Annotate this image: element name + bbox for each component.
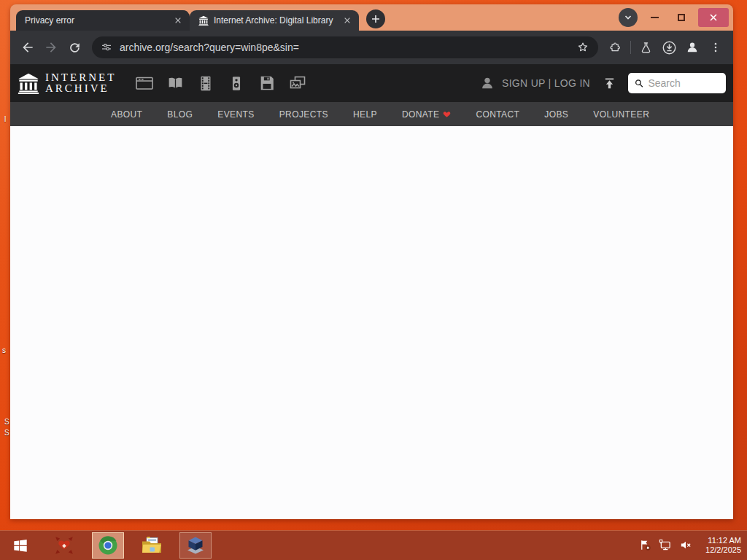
tab-close-icon[interactable] [172,15,184,26]
url-text[interactable]: archive.org/search?query=win8pe&sin= [120,42,569,53]
internet-archive-logo[interactable]: INTERNET ARCHIVE [18,72,116,94]
new-tab-button[interactable] [366,9,385,28]
ia-header: INTERNET ARCHIVE [10,64,733,102]
downloads-button[interactable] [657,36,681,59]
desktop-icon-label-fragment: l [4,115,6,123]
profile-button[interactable] [681,36,704,59]
taskbar-clock[interactable]: 11:12 AM 12/2/2025 [705,536,741,555]
kebab-menu-icon [709,41,722,54]
ia-nav-bar: ABOUT BLOG EVENTS PROJECTS HELP DONATE C… [10,102,733,126]
tab-search-button[interactable] [619,8,638,27]
taskbar-app-chrome[interactable] [92,532,124,559]
internet-archive-favicon-icon [198,15,209,26]
download-icon [661,39,678,56]
ia-header-right: SIGN UP | LOG IN [479,73,726,93]
taskbar-app-red[interactable] [48,532,80,559]
back-button[interactable] [16,36,39,59]
chrome-icon [97,534,119,556]
reload-button[interactable] [63,36,86,59]
windows-logo-icon [12,537,28,553]
volume-muted-icon[interactable] [679,539,692,551]
tab-privacy-error[interactable]: Privacy error [16,10,190,31]
nav-blog[interactable]: BLOG [167,109,193,120]
nav-contact[interactable]: CONTACT [476,109,519,120]
nav-donate-label: DONATE [402,109,440,120]
nav-donate[interactable]: DONATE [402,109,452,120]
minimize-icon [651,17,659,18]
address-bar[interactable]: archive.org/search?query=win8pe&sin= [92,36,598,58]
maximize-icon [678,14,685,21]
logo-text-line1: INTERNET [45,72,116,83]
browser-window: Privacy error Internet Archive: Digital … [10,4,733,519]
clock-date: 12/2/2025 [705,545,741,555]
nav-events[interactable]: EVENTS [217,109,254,120]
reload-icon [68,41,82,55]
video-icon[interactable] [196,74,215,93]
puzzle-icon [609,41,623,55]
upload-icon[interactable] [602,76,617,91]
tab-close-icon[interactable] [341,15,353,26]
nav-help[interactable]: HELP [353,109,377,120]
forward-icon [44,40,58,55]
action-center-flag-icon[interactable] [639,539,651,551]
taskbar-app-virtualbox[interactable] [179,532,212,559]
back-icon [20,40,35,55]
browser-toolbar: archive.org/search?query=win8pe&sin= [10,31,733,64]
donate-heart-icon [443,110,451,118]
labs-button[interactable] [634,36,657,59]
media-type-icons [135,74,307,93]
site-info-icon[interactable] [101,42,112,53]
start-button[interactable] [6,532,35,559]
extensions-button[interactable] [604,36,627,59]
profile-avatar-icon [685,40,700,55]
browser-menu-button[interactable] [704,36,727,59]
toolbar-divider [630,41,631,54]
images-icon[interactable] [288,74,307,93]
texts-icon[interactable] [166,74,185,93]
desktop-icon-label-fragment: S [4,429,9,437]
taskbar-app-file-explorer[interactable] [136,532,168,559]
person-icon [479,75,495,91]
web-icon[interactable] [135,74,154,93]
bookmark-star-icon[interactable] [576,41,589,54]
red-app-icon [53,534,75,556]
maximize-button[interactable] [671,8,692,27]
tab-strip: Privacy error Internet Archive: Digital … [10,4,733,31]
virtualbox-icon [185,534,206,556]
search-icon [634,77,643,89]
audio-icon[interactable] [227,74,246,93]
ia-search-box[interactable] [628,73,726,93]
nav-about[interactable]: ABOUT [111,109,142,120]
ia-search-input[interactable] [648,77,720,89]
file-explorer-icon [141,534,163,556]
nav-projects[interactable]: PROJECTS [279,109,328,120]
forward-button[interactable] [39,36,63,59]
page-content [10,126,733,519]
nav-volunteer[interactable]: VOLUNTEER [593,109,649,120]
system-tray: 11:12 AM 12/2/2025 [639,536,741,555]
ia-building-icon [18,72,39,94]
clock-time: 11:12 AM [705,536,741,545]
desktop-icon-label-fragment: s [2,346,6,354]
window-controls [619,7,729,28]
tab-title: Internet Archive: Digital Library [214,15,341,26]
tab-title: Privacy error [25,15,172,26]
logo-text-line2: ARCHIVE [45,83,116,94]
network-status-icon[interactable] [659,539,672,551]
minimize-button[interactable] [644,8,665,27]
flask-icon [639,41,653,55]
software-icon[interactable] [258,74,276,93]
tab-internet-archive[interactable]: Internet Archive: Digital Library [190,10,359,31]
close-button[interactable] [698,8,729,27]
nav-jobs[interactable]: JOBS [544,109,568,120]
signup-login-link[interactable]: SIGN UP | LOG IN [502,77,590,89]
close-icon [709,13,718,22]
desktop: l s S S Privacy error Internet Archive: … [0,0,747,560]
desktop-icon-label-fragment: S [4,418,9,426]
taskbar: 11:12 AM 12/2/2025 [0,530,747,560]
